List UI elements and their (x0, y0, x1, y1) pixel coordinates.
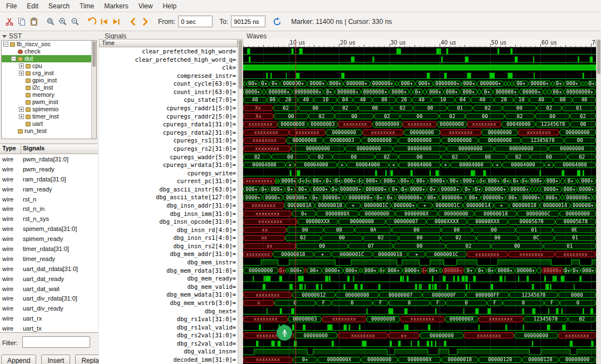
table-row[interactable]: wireuart_dat_rdata[31:0] (0, 264, 98, 274)
table-row[interactable]: wireuart_tx (0, 323, 98, 333)
wave-signal-name[interactable]: dbg_rs1val[31:0]= (99, 315, 238, 323)
wave-signal-name[interactable]: dbg_mem_instr= (99, 258, 238, 267)
wave-signal-name[interactable]: cpuregs_wrdata[31:0]= (99, 161, 238, 169)
wave-signal-name[interactable]: cpuregs_rdata1[31:0]= (99, 120, 238, 129)
wave-signal-name[interactable]: count_instr[63:0]= (99, 88, 238, 96)
menu-help[interactable]: Help (157, 1, 181, 12)
wave-signal-name[interactable]: dbg_mem_valid= (99, 283, 238, 291)
wave-signal-name[interactable]: dbg_mem_rdata[31:0]= (99, 267, 238, 275)
paste-icon[interactable] (28, 16, 40, 28)
table-row[interactable]: wireuart_div_rdata[31:0] (0, 293, 98, 303)
wave-signal-name[interactable]: dbg_insn_addr[31:0]= (99, 201, 238, 210)
wave-signal-name[interactable]: dbg_mem_ready= (99, 274, 238, 283)
recording-indicator[interactable] (277, 325, 292, 341)
wave-signal-name[interactable]: cpuregs_raddr2[5:0]= (99, 112, 238, 121)
wave-signal-name[interactable]: cpuregs_rs1[31:0]= (99, 136, 238, 145)
zoom-undo-icon[interactable] (86, 16, 98, 28)
tree-item-check[interactable]: check (2, 48, 96, 55)
go-right-icon[interactable] (139, 16, 151, 28)
wave-signal-name[interactable]: clear_prefetched_high_word= (99, 47, 238, 56)
zoom-in-icon[interactable] (57, 16, 69, 28)
menu-view[interactable]: View (134, 1, 158, 12)
tree-item-i2c_inst[interactable]: i2c_inst (2, 84, 96, 91)
wave-signal-name[interactable]: cpuregs_raddr1[5:0]= (99, 104, 238, 112)
wave-signal-name[interactable]: dbg_valid_insn= (99, 347, 238, 356)
table-row[interactable]: wiretimer_rdata[31:0] (0, 244, 98, 254)
signals-scrollbar[interactable] (238, 39, 243, 364)
waves-scrollbar[interactable] (596, 39, 601, 364)
tree-item-run_test[interactable]: run_test (2, 127, 96, 135)
wave-signal-name[interactable]: dbg_insn_rs2[4:0]= (99, 242, 238, 250)
wave-signal-name[interactable]: dbg_rs1val_valid= (99, 323, 238, 332)
table-row[interactable]: wireuart_div_ready (0, 303, 98, 313)
wave-signal-name[interactable]: current_pc[31:0]= (99, 177, 238, 185)
collapse-triangle-icon[interactable] (2, 35, 7, 38)
tree-item-memory[interactable]: memory (2, 91, 96, 99)
menu-edit[interactable]: Edit (22, 1, 43, 12)
zoom-fit-icon[interactable] (45, 16, 57, 28)
wave-signal-name[interactable]: cpuregs_rdata2[31:0]= (99, 129, 238, 137)
table-row[interactable]: wirerst_n (0, 194, 98, 204)
menu-time[interactable]: Time (75, 1, 99, 12)
wave-signal-name[interactable]: dbg_next= (99, 307, 238, 316)
wave-signal-name[interactable]: cpuregs_waddr[5:0]= (99, 153, 238, 161)
tree-item-tb_riscv_soc[interactable]: −tb_riscv_soc (2, 41, 96, 48)
wave-signal-name[interactable]: dbg_mem_addr[31:0]= (99, 250, 238, 258)
tree-item-gpio_inst[interactable]: gpio_inst (2, 77, 96, 84)
wave-signal-name[interactable]: cpuregs_rs2[31:0]= (99, 145, 238, 153)
insert-button[interactable]: Insert (41, 355, 70, 364)
to-input[interactable] (231, 16, 265, 27)
tree-item-crg_inst[interactable]: +crg_inst (2, 70, 96, 77)
table-row[interactable]: wirerst_n_in (0, 204, 98, 214)
table-row[interactable]: wireuart_rx (0, 313, 98, 323)
table-row[interactable]: wirepwm_ready (0, 164, 98, 174)
tree-item-cpu[interactable]: +cpu (2, 62, 96, 70)
wave-signal-name[interactable]: dbg_insn_opcode[31:0]= (99, 218, 238, 226)
time-column-header[interactable]: Time (99, 39, 238, 47)
go-left-icon[interactable] (127, 16, 139, 28)
waveform-canvas[interactable] (243, 47, 596, 364)
menu-file[interactable]: File (1, 1, 22, 12)
table-row[interactable]: wirepwm_rdata[31:0] (0, 154, 98, 164)
wave-signal-name[interactable]: dbg_insn_imm[31:0]= (99, 210, 238, 218)
expander-open-icon[interactable]: − (11, 56, 16, 61)
expander-closed-icon[interactable]: + (19, 71, 24, 76)
reload-icon[interactable] (271, 16, 283, 28)
signals-scrollbar-thumb[interactable] (239, 40, 242, 89)
wave-signal-name[interactable]: dbg_ascii_state[127:0]= (99, 193, 238, 201)
wave-signal-name[interactable]: count_cycle[63:0]= (99, 80, 238, 88)
copy-icon[interactable] (16, 16, 28, 28)
wave-signal-name[interactable]: compressed_instr= (99, 72, 238, 80)
tree-item-spimemio[interactable]: +spimemio (2, 106, 96, 113)
wave-signal-name[interactable]: dbg_rs2val_valid= (99, 340, 238, 348)
table-row[interactable]: wirerst_n_sys (0, 214, 98, 224)
signals-column-header[interactable]: Signals (21, 144, 46, 154)
table-row[interactable]: wirespimem_ready (0, 234, 98, 244)
menu-markers[interactable]: Markers (99, 1, 133, 12)
menu-search[interactable]: Search (43, 1, 75, 12)
tree-item-dut[interactable]: −dut (2, 55, 96, 62)
wave-signal-name[interactable]: clear_prefetched_high_word_q= (99, 56, 238, 64)
expander-closed-icon[interactable]: + (19, 63, 24, 68)
wave-signal-name[interactable]: dbg_ascii_instr[63:0]= (99, 185, 238, 194)
timeline-ruler[interactable] (243, 39, 596, 47)
tree-scrollbar[interactable] (91, 41, 96, 139)
table-row[interactable]: wireuart_dat_ready (0, 274, 98, 284)
from-input[interactable] (178, 16, 213, 27)
wave-signal-name[interactable]: dbg_mem_wstrb[3:0]= (99, 299, 238, 307)
wave-signal-name[interactable]: dbg_mem_wdata[31:0]= (99, 291, 238, 299)
wave-signal-name[interactable]: cpu_state[7:0]= (99, 96, 238, 104)
tree-item-timer_inst[interactable]: +timer_inst (2, 113, 96, 120)
waves-scrollbar-thumb[interactable] (597, 40, 600, 74)
go-start-icon[interactable] (98, 16, 110, 28)
table-row[interactable]: wireram_rdata[31:0] (0, 174, 98, 184)
expander-open-icon[interactable]: − (3, 42, 8, 47)
table-row[interactable]: wireuart_dat_wait (0, 284, 98, 294)
filter-input[interactable] (22, 336, 90, 348)
tree-item-uart[interactable]: uart (2, 120, 96, 127)
go-end-icon[interactable] (110, 16, 122, 28)
wave-signal-name[interactable]: dbg_insn_rs1[4:0]= (99, 234, 238, 242)
tree-scrollbar-thumb[interactable] (92, 41, 96, 67)
expander-closed-icon[interactable]: + (19, 114, 24, 119)
type-column-header[interactable]: Type (0, 144, 21, 154)
